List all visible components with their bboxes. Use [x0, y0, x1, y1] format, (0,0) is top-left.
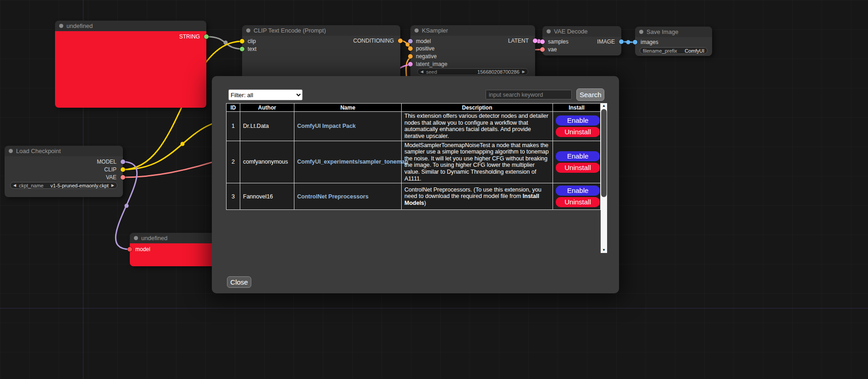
input-pin-negative[interactable]: [408, 54, 413, 59]
collapse-dot-icon[interactable]: [415, 28, 419, 33]
close-button[interactable]: Close: [227, 276, 251, 288]
node-title: Load Checkpoint: [16, 148, 61, 154]
input-label-vae: vae: [548, 46, 557, 53]
cell-id: 2: [227, 141, 240, 183]
cell-author: comfyanonymous: [240, 141, 294, 183]
ckpt-name-label: ckpt_name: [19, 183, 44, 188]
cell-description: ModelSamplerTonemapNoiseTest a node that…: [402, 141, 553, 183]
extension-link[interactable]: ComfyUI_experiments/sampler_tonemap: [297, 159, 408, 165]
collapse-dot-icon[interactable]: [9, 149, 13, 153]
extension-link[interactable]: ComfyUI Impact Pack: [297, 123, 356, 129]
search-input[interactable]: [486, 90, 572, 99]
uninstall-button[interactable]: Uninstall: [556, 197, 600, 207]
collapse-dot-icon[interactable]: [134, 236, 138, 240]
header-install: Install: [553, 104, 601, 112]
output-label-image: IMAGE: [597, 38, 615, 45]
input-label-model: model: [416, 38, 431, 44]
output-pin-conditioning[interactable]: [398, 38, 403, 43]
seed-widget-label: seed: [426, 69, 437, 75]
enable-button[interactable]: Enable: [556, 186, 600, 196]
input-label-model: model: [135, 246, 150, 253]
input-pin-text[interactable]: [240, 47, 244, 51]
input-pin-positive[interactable]: [408, 46, 413, 51]
input-pin-model[interactable]: [408, 39, 413, 44]
node-title: VAE Decode: [554, 28, 587, 35]
node-vae-decode[interactable]: VAE Decode samples vae IMAGE: [542, 26, 621, 55]
increment-arrow-icon[interactable]: ▶: [522, 69, 525, 75]
node-title-bar[interactable]: CLIP Text Encode (Prompt): [242, 25, 400, 36]
seed-widget-value: 156680208700286: [477, 69, 520, 75]
cell-id: 1: [227, 112, 240, 141]
collapse-dot-icon[interactable]: [639, 30, 643, 34]
header-name: Name: [294, 104, 402, 112]
header-id: ID: [227, 104, 240, 112]
input-pin-vae[interactable]: [540, 47, 545, 52]
scroll-down-icon[interactable]: ▼: [601, 247, 607, 253]
node-title-bar[interactable]: undefined: [55, 21, 206, 31]
ckpt-name-widget[interactable]: ◀ ckpt_name v1-5-pruned-emaonly.ckpt ▶: [10, 182, 117, 189]
increment-arrow-icon[interactable]: ▶: [111, 182, 114, 188]
collapse-dot-icon[interactable]: [547, 29, 551, 33]
table-scrollbar[interactable]: ▲ ▼: [601, 103, 607, 253]
table-header-row: ID Author Name Description Install: [227, 104, 601, 112]
node-title: undefined: [141, 235, 167, 242]
node-body-error: [55, 31, 206, 108]
output-label-vae: VAE: [106, 174, 116, 181]
scroll-up-icon[interactable]: ▲: [601, 103, 607, 109]
input-pin-latent-image[interactable]: [408, 62, 413, 66]
input-pin-samples[interactable]: [540, 39, 545, 44]
node-title-bar[interactable]: KSampler: [410, 25, 535, 36]
output-pin-vae[interactable]: [121, 175, 125, 180]
input-pin-images[interactable]: [633, 40, 637, 44]
node-title: KSampler: [422, 27, 448, 34]
decrement-arrow-icon[interactable]: ◀: [420, 69, 423, 75]
decrement-arrow-icon[interactable]: ◀: [13, 182, 16, 188]
extension-row: 3 Fannovel16 ControlNet Preprocessors Co…: [227, 183, 601, 210]
output-pin-image[interactable]: [619, 39, 624, 44]
input-pin-model[interactable]: [127, 247, 132, 252]
node-title: CLIP Text Encode (Prompt): [254, 27, 326, 34]
node-ksampler[interactable]: KSampler model positive negative latent_…: [410, 25, 535, 79]
extension-row: 1 Dr.Lt.Data ComfyUI Impact Pack This ex…: [227, 112, 601, 141]
output-label-conditioning: CONDITIONING: [353, 38, 394, 44]
uninstall-button[interactable]: Uninstall: [556, 127, 600, 137]
output-label-clip: CLIP: [104, 166, 116, 173]
input-label-text: text: [248, 46, 256, 52]
filter-select[interactable]: Filter: all: [228, 89, 303, 100]
filename-prefix-widget[interactable]: filename_prefix ComfyUI: [640, 47, 708, 54]
cell-id: 3: [227, 183, 240, 210]
collapse-dot-icon[interactable]: [246, 28, 250, 33]
enable-button[interactable]: Enable: [556, 115, 600, 126]
output-label-latent: LATENT: [508, 38, 529, 44]
cell-author: Fannovel16: [240, 183, 294, 210]
extension-link[interactable]: ControlNet Preprocessors: [297, 193, 369, 200]
input-label-positive: positive: [416, 45, 435, 52]
input-label-clip: clip: [248, 38, 256, 44]
output-pin-model[interactable]: [121, 159, 125, 164]
node-title-bar[interactable]: VAE Decode: [542, 26, 621, 37]
node-title-bar[interactable]: Load Checkpoint: [5, 146, 123, 156]
node-save-image[interactable]: Save Image images filename_prefix ComfyU…: [635, 27, 712, 56]
input-pin-clip[interactable]: [240, 39, 244, 44]
node-title: undefined: [66, 22, 93, 29]
output-label-string: STRING: [179, 33, 200, 40]
scrollbar-thumb[interactable]: [601, 109, 607, 197]
filename-prefix-value: ComfyUI: [685, 48, 704, 54]
extension-row: 2 comfyanonymous ComfyUI_experiments/sam…: [227, 141, 601, 183]
node-title-bar[interactable]: Save Image: [635, 27, 712, 37]
output-pin-latent[interactable]: [533, 38, 537, 43]
extension-table-body: 1 Dr.Lt.Data ComfyUI Impact Pack This ex…: [227, 112, 601, 210]
cell-install: Enable Uninstall: [553, 112, 601, 141]
search-button[interactable]: Search: [576, 88, 604, 101]
output-pin-clip[interactable]: [121, 167, 125, 172]
canvas-axis-horizontal: [0, 308, 868, 308]
collapse-dot-icon[interactable]: [59, 24, 63, 28]
uninstall-button[interactable]: Uninstall: [556, 163, 600, 173]
enable-button[interactable]: Enable: [556, 151, 600, 161]
node-load-checkpoint[interactable]: Load Checkpoint MODEL CLIP VAE ◀ ckpt_na…: [5, 146, 123, 197]
seed-widget[interactable]: ◀ seed 156680208700286 ▶: [417, 68, 528, 75]
cell-install: Enable Uninstall: [553, 183, 601, 210]
output-pin-string[interactable]: [204, 34, 209, 39]
node-undefined-string[interactable]: undefined STRING: [55, 21, 206, 108]
cell-description: This extension offers various detector n…: [402, 112, 553, 141]
